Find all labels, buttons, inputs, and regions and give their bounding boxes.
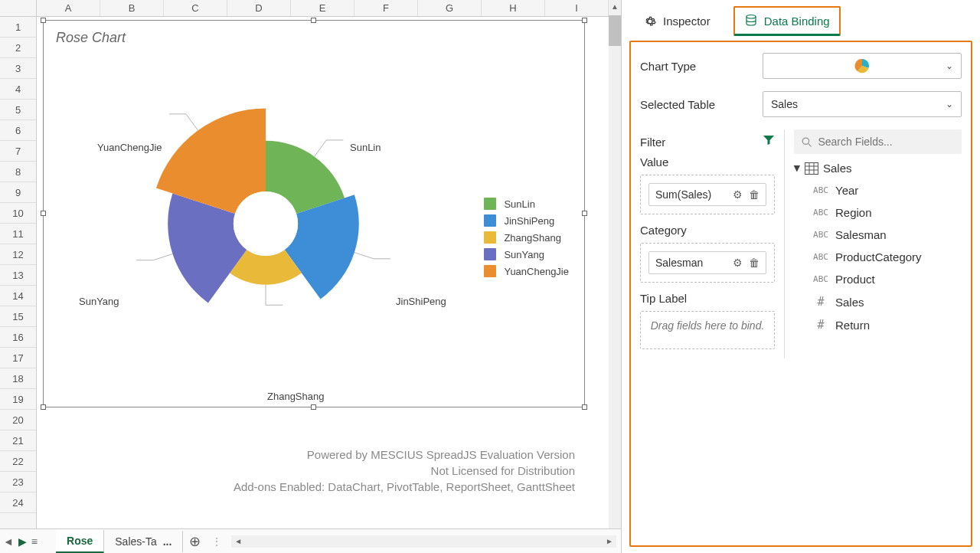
column-header[interactable]: B [100, 0, 164, 16]
tab-data-binding-label: Data Binding [764, 15, 830, 28]
row-header[interactable]: 21 [0, 430, 36, 451]
field-search-input[interactable] [818, 136, 954, 148]
nav-menu-icon[interactable]: ≡ [31, 535, 38, 548]
row-header[interactable]: 8 [0, 162, 36, 182]
scroll-up-arrow-icon[interactable]: ▲ [609, 0, 621, 14]
row-header[interactable]: 4 [0, 79, 36, 100]
row-header[interactable]: 12 [0, 244, 36, 265]
row-header[interactable]: 1 [0, 17, 36, 38]
cells-surface[interactable]: Rose Chart SunLin JinShiPeng ZhangShang … [37, 17, 609, 528]
resize-handle[interactable] [311, 404, 316, 410]
sheet-tab-active[interactable]: Rose [56, 530, 104, 553]
tiplabel-drop-zone[interactable]: Drag fields here to bind. [640, 311, 775, 349]
row-header[interactable]: 17 [0, 348, 36, 368]
row-header[interactable]: 9 [0, 182, 36, 203]
row-header[interactable]: 2 [0, 38, 36, 58]
row-header[interactable]: 10 [0, 203, 36, 224]
slice-label: YuanChengJie [97, 142, 162, 153]
field-item[interactable]: ABCSalesman [794, 224, 962, 246]
resize-handle[interactable] [41, 18, 46, 23]
select-all-corner[interactable] [0, 0, 37, 17]
row-header[interactable]: 23 [0, 472, 36, 492]
column-headers[interactable]: ABCDEFGHI [37, 0, 609, 17]
row-header[interactable]: 22 [0, 451, 36, 472]
field-item[interactable]: ABCProductCategory [794, 246, 962, 268]
vertical-scrollbar[interactable]: ▲ [609, 0, 621, 528]
value-chip-label: Sum(Sales) [655, 188, 711, 201]
column-header[interactable]: D [227, 0, 291, 16]
text-type-icon: ABC [812, 274, 829, 284]
scroll-right-arrow-icon[interactable]: ► [603, 535, 616, 548]
watermark-line: Add-ons Enabled: DataChart, PivotTable, … [234, 480, 575, 493]
row-header[interactable]: 24 [0, 492, 36, 513]
nav-next-icon[interactable]: ▶ [18, 535, 27, 548]
column-header[interactable]: C [164, 0, 227, 16]
row-header[interactable]: 18 [0, 368, 36, 389]
value-drop-zone[interactable]: Sum(Sales) ⚙ 🗑 [640, 175, 775, 214]
resize-handle[interactable] [582, 404, 587, 410]
row-header[interactable]: 16 [0, 327, 36, 348]
trash-icon[interactable]: 🗑 [749, 257, 760, 269]
category-chip[interactable]: Salesman ⚙ 🗑 [648, 251, 766, 274]
table-icon [805, 162, 818, 175]
row-header[interactable]: 19 [0, 389, 36, 410]
number-type-icon: # [812, 295, 829, 309]
row-header[interactable]: 5 [0, 100, 36, 120]
row-header[interactable]: 15 [0, 306, 36, 327]
tab-resize-grip-icon[interactable]: ⋮ [207, 535, 227, 548]
tab-data-binding[interactable]: Data Binding [733, 6, 841, 36]
scroll-left-arrow-icon[interactable]: ◄ [231, 535, 245, 548]
svg-point-1 [802, 138, 808, 144]
tab-inspector[interactable]: Inspector [634, 8, 720, 34]
tiplabel-section-label: Tip Label [640, 292, 687, 305]
field-item[interactable]: ABCYear [794, 179, 962, 201]
rose-chart-object[interactable]: Rose Chart SunLin JinShiPeng ZhangShang … [43, 20, 585, 407]
sheet-tab[interactable]: Sales-Ta ... [104, 531, 183, 552]
column-header[interactable]: A [37, 0, 100, 16]
field-item[interactable]: ABCRegion [794, 201, 962, 224]
field-tree-root[interactable]: ▶ Sales [794, 162, 962, 175]
column-header[interactable]: E [291, 0, 354, 16]
row-header[interactable]: 14 [0, 286, 36, 306]
column-header[interactable]: G [418, 0, 482, 16]
field-label: Product [835, 273, 875, 286]
tab-nav-buttons[interactable]: ◄ ▶ ≡ [0, 535, 41, 548]
column-header[interactable]: H [482, 0, 545, 16]
trash-icon[interactable]: 🗑 [749, 188, 760, 201]
nav-prev-icon[interactable]: ◄ [3, 535, 14, 548]
value-chip[interactable]: Sum(Sales) ⚙ 🗑 [648, 183, 766, 206]
field-item[interactable]: #Return [794, 313, 962, 336]
row-header[interactable]: 20 [0, 410, 36, 430]
gear-icon[interactable]: ⚙ [733, 257, 743, 269]
expand-icon: ▶ [792, 165, 802, 172]
legend-item: ZhangShang [484, 231, 569, 244]
resize-handle[interactable] [41, 404, 46, 410]
column-header[interactable]: F [354, 0, 418, 16]
add-sheet-button[interactable]: ⊕ [183, 533, 207, 550]
row-headers[interactable]: 123456789101112131415161718192021222324 [0, 17, 37, 528]
data-binding-panel: Chart Type ⌄ Selected Table Sales ⌄ [629, 41, 972, 547]
column-header[interactable]: I [545, 0, 609, 16]
resize-handle[interactable] [311, 18, 316, 23]
row-header[interactable]: 11 [0, 224, 36, 244]
chart-type-select[interactable]: ⌄ [763, 53, 962, 79]
gear-icon[interactable]: ⚙ [733, 188, 743, 201]
row-header[interactable]: 6 [0, 120, 36, 141]
grid-area[interactable]: ABCDEFGHI 123456789101112131415161718192… [0, 0, 621, 528]
legend-swatch [484, 198, 496, 210]
row-header[interactable]: 13 [0, 265, 36, 286]
chevron-down-icon: ⌄ [946, 99, 953, 110]
selected-table-label: Selected Table [640, 98, 763, 111]
category-drop-zone[interactable]: Salesman ⚙ 🗑 [640, 243, 775, 283]
resize-handle[interactable] [582, 18, 587, 23]
field-item[interactable]: #Sales [794, 290, 962, 313]
row-header[interactable]: 3 [0, 58, 36, 79]
vertical-scroll-thumb[interactable] [609, 15, 621, 46]
field-search[interactable] [794, 129, 962, 154]
selected-table-select[interactable]: Sales ⌄ [763, 91, 962, 117]
row-header[interactable]: 7 [0, 141, 36, 162]
horizontal-scrollbar[interactable]: ◄ ► [231, 535, 616, 548]
chart-legend: SunLinJinShiPengZhangShangSunYangYuanChe… [484, 193, 569, 282]
field-item[interactable]: ABCProduct [794, 268, 962, 290]
filter-icon[interactable] [763, 134, 775, 149]
